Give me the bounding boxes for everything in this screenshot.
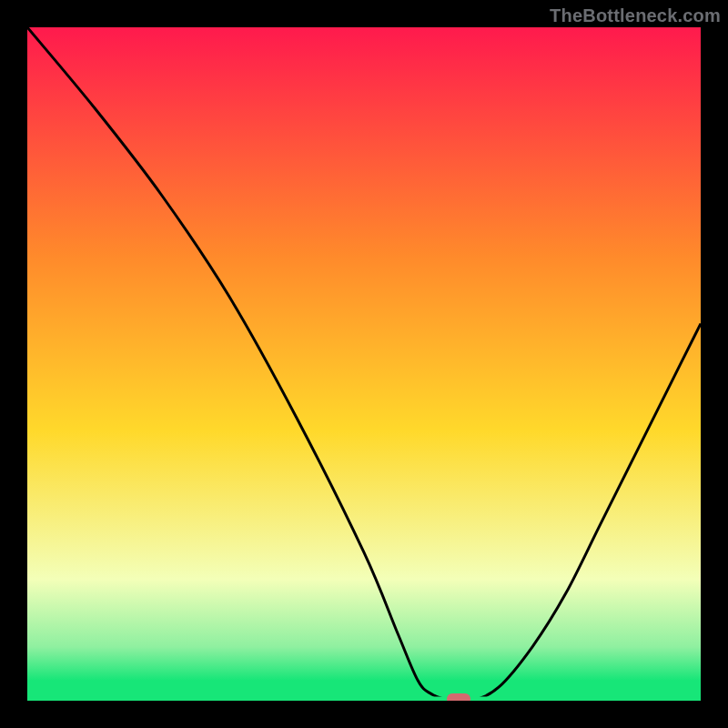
plot-area (27, 27, 701, 701)
bottleneck-curve (27, 27, 701, 701)
watermark-text: TheBottleneck.com (550, 5, 721, 26)
optimal-point-marker (447, 693, 470, 701)
chart-frame: TheBottleneck.com (0, 0, 728, 728)
